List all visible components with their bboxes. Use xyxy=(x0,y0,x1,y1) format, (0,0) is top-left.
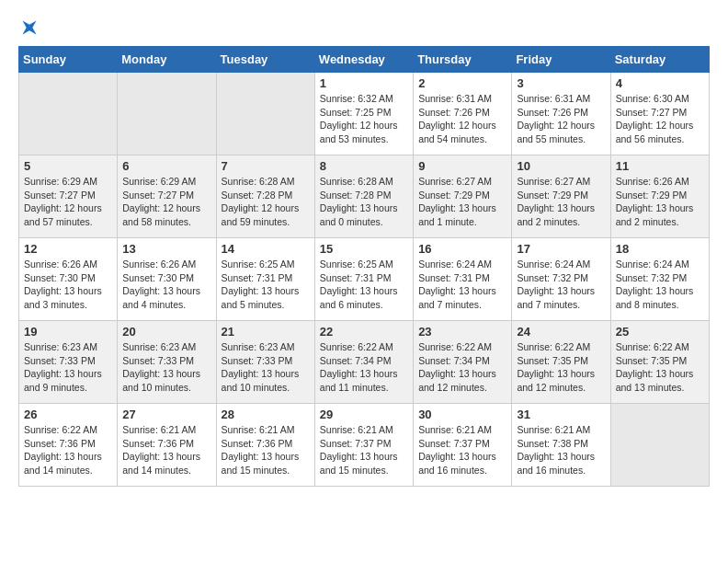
day-info: Sunrise: 6:31 AM Sunset: 7:26 PM Dayligh… xyxy=(418,92,506,146)
day-number: 9 xyxy=(418,159,506,173)
calendar-week-4: 26Sunrise: 6:22 AM Sunset: 7:36 PM Dayli… xyxy=(19,404,710,487)
calendar-cell xyxy=(118,73,216,155)
day-info: Sunrise: 6:26 AM Sunset: 7:29 PM Dayligh… xyxy=(616,175,704,229)
day-info: Sunrise: 6:22 AM Sunset: 7:34 PM Dayligh… xyxy=(320,340,408,395)
day-info: Sunrise: 6:24 AM Sunset: 7:31 PM Dayligh… xyxy=(418,258,506,312)
day-info: Sunrise: 6:24 AM Sunset: 7:32 PM Dayligh… xyxy=(517,258,605,312)
calendar-cell: 6Sunrise: 6:29 AM Sunset: 7:27 PM Daylig… xyxy=(118,155,216,238)
day-number: 10 xyxy=(517,159,605,173)
calendar-cell: 22Sunrise: 6:22 AM Sunset: 7:34 PM Dayli… xyxy=(314,321,413,404)
calendar-cell: 30Sunrise: 6:21 AM Sunset: 7:37 PM Dayli… xyxy=(414,404,512,487)
calendar-cell: 3Sunrise: 6:31 AM Sunset: 7:26 PM Daylig… xyxy=(512,73,610,155)
day-info: Sunrise: 6:29 AM Sunset: 7:27 PM Dayligh… xyxy=(24,175,112,229)
day-info: Sunrise: 6:22 AM Sunset: 7:35 PM Dayligh… xyxy=(517,340,605,395)
calendar-cell: 13Sunrise: 6:26 AM Sunset: 7:30 PM Dayli… xyxy=(118,238,216,321)
calendar-week-3: 19Sunrise: 6:23 AM Sunset: 7:33 PM Dayli… xyxy=(19,321,710,404)
calendar-cell: 20Sunrise: 6:23 AM Sunset: 7:33 PM Dayli… xyxy=(118,321,216,404)
day-info: Sunrise: 6:24 AM Sunset: 7:32 PM Dayligh… xyxy=(616,258,704,312)
calendar-cell xyxy=(19,73,118,155)
calendar-cell: 25Sunrise: 6:22 AM Sunset: 7:35 PM Dayli… xyxy=(610,321,709,404)
calendar-cell: 7Sunrise: 6:28 AM Sunset: 7:28 PM Daylig… xyxy=(216,155,314,238)
day-info: Sunrise: 6:27 AM Sunset: 7:29 PM Dayligh… xyxy=(517,175,605,229)
day-number: 18 xyxy=(616,242,704,256)
day-info: Sunrise: 6:21 AM Sunset: 7:37 PM Dayligh… xyxy=(418,423,506,477)
day-info: Sunrise: 6:21 AM Sunset: 7:37 PM Dayligh… xyxy=(320,423,408,477)
calendar-cell: 16Sunrise: 6:24 AM Sunset: 7:31 PM Dayli… xyxy=(414,238,512,321)
header-saturday: Saturday xyxy=(610,47,709,73)
calendar-cell: 31Sunrise: 6:21 AM Sunset: 7:38 PM Dayli… xyxy=(512,404,610,487)
calendar-cell: 11Sunrise: 6:26 AM Sunset: 7:29 PM Dayli… xyxy=(610,155,709,238)
day-number: 31 xyxy=(517,408,605,421)
calendar-cell: 29Sunrise: 6:21 AM Sunset: 7:37 PM Dayli… xyxy=(314,404,413,487)
day-number: 7 xyxy=(222,159,310,173)
calendar-cell: 28Sunrise: 6:21 AM Sunset: 7:36 PM Dayli… xyxy=(216,404,314,487)
header-sunday: Sunday xyxy=(19,47,118,73)
day-number: 11 xyxy=(616,159,704,173)
day-info: Sunrise: 6:22 AM Sunset: 7:34 PM Dayligh… xyxy=(418,340,506,395)
day-info: Sunrise: 6:21 AM Sunset: 7:36 PM Dayligh… xyxy=(122,423,210,477)
day-number: 23 xyxy=(418,325,506,339)
calendar-cell: 23Sunrise: 6:22 AM Sunset: 7:34 PM Dayli… xyxy=(414,321,512,404)
header-friday: Friday xyxy=(512,47,610,73)
header-wednesday: Wednesday xyxy=(314,47,413,73)
calendar-header: SundayMondayTuesdayWednesdayThursdayFrid… xyxy=(19,47,710,73)
day-info: Sunrise: 6:23 AM Sunset: 7:33 PM Dayligh… xyxy=(24,340,112,395)
calendar-week-0: 1Sunrise: 6:32 AM Sunset: 7:25 PM Daylig… xyxy=(19,73,710,155)
calendar-cell: 8Sunrise: 6:28 AM Sunset: 7:28 PM Daylig… xyxy=(314,155,413,238)
calendar-cell: 15Sunrise: 6:25 AM Sunset: 7:31 PM Dayli… xyxy=(314,238,413,321)
day-number: 27 xyxy=(122,408,210,421)
day-info: Sunrise: 6:26 AM Sunset: 7:30 PM Dayligh… xyxy=(24,258,112,312)
calendar-cell: 19Sunrise: 6:23 AM Sunset: 7:33 PM Dayli… xyxy=(19,321,118,404)
day-number: 26 xyxy=(24,408,112,421)
calendar-week-1: 5Sunrise: 6:29 AM Sunset: 7:27 PM Daylig… xyxy=(19,155,710,238)
calendar-cell: 17Sunrise: 6:24 AM Sunset: 7:32 PM Dayli… xyxy=(512,238,610,321)
day-number: 1 xyxy=(320,76,408,90)
day-info: Sunrise: 6:30 AM Sunset: 7:27 PM Dayligh… xyxy=(616,92,704,146)
calendar-table: SundayMondayTuesdayWednesdayThursdayFrid… xyxy=(18,46,710,487)
calendar-cell: 26Sunrise: 6:22 AM Sunset: 7:36 PM Dayli… xyxy=(19,404,118,487)
day-info: Sunrise: 6:23 AM Sunset: 7:33 PM Dayligh… xyxy=(222,340,310,395)
day-number: 6 xyxy=(122,159,210,173)
calendar-cell xyxy=(610,404,709,487)
day-info: Sunrise: 6:23 AM Sunset: 7:33 PM Dayligh… xyxy=(122,340,210,395)
day-number: 28 xyxy=(222,408,310,421)
day-info: Sunrise: 6:25 AM Sunset: 7:31 PM Dayligh… xyxy=(320,258,408,312)
day-number: 5 xyxy=(24,159,112,173)
calendar-cell: 12Sunrise: 6:26 AM Sunset: 7:30 PM Dayli… xyxy=(19,238,118,321)
calendar-cell xyxy=(216,73,314,155)
calendar-cell: 27Sunrise: 6:21 AM Sunset: 7:36 PM Dayli… xyxy=(118,404,216,487)
calendar-cell: 14Sunrise: 6:25 AM Sunset: 7:31 PM Dayli… xyxy=(216,238,314,321)
day-info: Sunrise: 6:32 AM Sunset: 7:25 PM Dayligh… xyxy=(320,92,408,146)
day-number: 12 xyxy=(24,242,112,256)
calendar-cell: 9Sunrise: 6:27 AM Sunset: 7:29 PM Daylig… xyxy=(414,155,512,238)
day-number: 3 xyxy=(517,76,605,90)
day-number: 19 xyxy=(24,325,112,339)
day-info: Sunrise: 6:25 AM Sunset: 7:31 PM Dayligh… xyxy=(222,258,310,312)
day-number: 15 xyxy=(320,242,408,256)
day-info: Sunrise: 6:28 AM Sunset: 7:28 PM Dayligh… xyxy=(320,175,408,229)
calendar-cell: 5Sunrise: 6:29 AM Sunset: 7:27 PM Daylig… xyxy=(19,155,118,238)
day-info: Sunrise: 6:29 AM Sunset: 7:27 PM Dayligh… xyxy=(122,175,210,229)
day-number: 21 xyxy=(222,325,310,339)
day-info: Sunrise: 6:28 AM Sunset: 7:28 PM Dayligh… xyxy=(222,175,310,229)
calendar-cell: 18Sunrise: 6:24 AM Sunset: 7:32 PM Dayli… xyxy=(610,238,709,321)
day-info: Sunrise: 6:31 AM Sunset: 7:26 PM Dayligh… xyxy=(517,92,605,146)
header-tuesday: Tuesday xyxy=(216,47,314,73)
day-number: 4 xyxy=(616,76,704,90)
day-info: Sunrise: 6:22 AM Sunset: 7:36 PM Dayligh… xyxy=(24,423,112,477)
day-number: 13 xyxy=(122,242,210,256)
day-number: 25 xyxy=(616,325,704,339)
day-number: 2 xyxy=(418,76,506,90)
header-monday: Monday xyxy=(118,47,216,73)
day-number: 22 xyxy=(320,325,408,339)
calendar-cell: 4Sunrise: 6:30 AM Sunset: 7:27 PM Daylig… xyxy=(610,73,709,155)
calendar-cell: 21Sunrise: 6:23 AM Sunset: 7:33 PM Dayli… xyxy=(216,321,314,404)
day-number: 24 xyxy=(517,325,605,339)
logo xyxy=(18,18,39,37)
day-info: Sunrise: 6:22 AM Sunset: 7:35 PM Dayligh… xyxy=(616,340,704,395)
day-info: Sunrise: 6:21 AM Sunset: 7:36 PM Dayligh… xyxy=(222,423,310,477)
day-number: 16 xyxy=(418,242,506,256)
calendar-week-2: 12Sunrise: 6:26 AM Sunset: 7:30 PM Dayli… xyxy=(19,238,710,321)
day-number: 30 xyxy=(418,408,506,421)
calendar-cell: 1Sunrise: 6:32 AM Sunset: 7:25 PM Daylig… xyxy=(314,73,413,155)
